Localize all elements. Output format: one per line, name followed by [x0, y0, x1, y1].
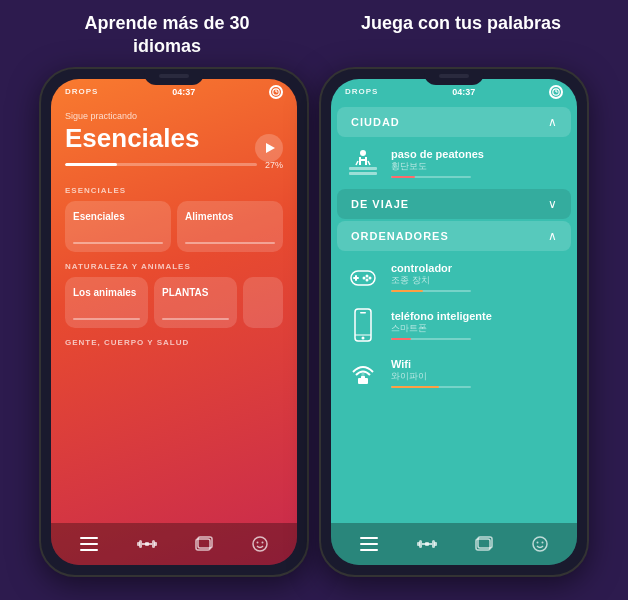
controlador-translation: 조종 장치 — [391, 274, 563, 287]
svg-rect-46 — [434, 542, 437, 546]
controlador-fill — [391, 290, 423, 292]
de-viaje-label: DE VIAJE — [351, 198, 409, 210]
left-bottom-nav — [51, 523, 297, 565]
svg-rect-9 — [137, 542, 140, 546]
wifi-item[interactable]: Wifi 와이파이 — [331, 349, 577, 397]
right-bottom-nav — [331, 523, 577, 565]
left-app-name: DROPS — [65, 87, 98, 96]
svg-point-22 — [360, 150, 366, 156]
ordenadores-label: ORDENADORES — [351, 230, 449, 242]
card1-label: Esenciales — [73, 211, 163, 222]
progress-fill — [65, 163, 117, 166]
svg-rect-47 — [422, 543, 432, 545]
ciudad-label: CIUDAD — [351, 116, 400, 128]
right-nav-list-icon[interactable] — [360, 537, 378, 551]
paso-peatones-item[interactable]: paso de peatones 횡단보도 — [331, 139, 577, 187]
plantas-card[interactable]: PLANTAS — [154, 277, 237, 328]
telefono-info: teléfono inteligente 스마트폰 — [391, 310, 563, 340]
paso-peatones-info: paso de peatones 횡단보도 — [391, 148, 563, 178]
svg-rect-21 — [349, 172, 377, 175]
svg-rect-10 — [154, 542, 157, 546]
de-viaje-chevron: ∨ — [548, 197, 557, 211]
play-triangle-icon — [266, 143, 275, 153]
svg-rect-3 — [80, 537, 98, 539]
esenciales-card[interactable]: Esenciales — [65, 201, 171, 252]
right-phone-content: CIUDAD ∧ — [331, 101, 577, 401]
controlador-word: controlador — [391, 262, 563, 274]
card4-label: PLANTAS — [162, 287, 229, 298]
partial-card — [243, 277, 283, 328]
svg-rect-20 — [349, 167, 377, 170]
paso-peatones-word: paso de peatones — [391, 148, 563, 160]
esenciales-cards: Esenciales Alimentos — [65, 201, 283, 252]
svg-line-24 — [368, 161, 370, 165]
svg-rect-37 — [361, 376, 365, 379]
paso-peatones-progress — [391, 176, 471, 178]
controlador-progress — [391, 290, 471, 292]
section1-label: ESENCIALES — [65, 186, 283, 195]
gamepad-icon — [345, 259, 381, 295]
wifi-fill — [391, 386, 439, 388]
telefono-item[interactable]: teléfono inteligente 스마트폰 — [331, 301, 577, 349]
ordenadores-chevron: ∧ — [548, 229, 557, 243]
svg-point-34 — [362, 336, 365, 339]
svg-point-31 — [366, 278, 369, 281]
right-heading: Juega con tus palabras — [314, 12, 608, 59]
svg-rect-38 — [362, 373, 365, 376]
right-nav-barbell-icon[interactable] — [417, 537, 437, 551]
de-viaje-header[interactable]: DE VIAJE ∨ — [337, 189, 571, 219]
right-timer-icon — [549, 85, 563, 99]
telefono-word: teléfono inteligente — [391, 310, 563, 322]
wifi-progress — [391, 386, 471, 388]
main-word-title: Esenciales — [65, 123, 283, 154]
left-time: 04:37 — [172, 87, 195, 97]
paso-peatones-translation: 횡단보도 — [391, 160, 563, 173]
svg-rect-41 — [360, 549, 378, 551]
svg-point-16 — [261, 541, 263, 543]
svg-point-15 — [256, 541, 258, 543]
svg-rect-35 — [360, 312, 366, 314]
card4-bar — [162, 318, 229, 320]
left-phone-content: Sigue practicando Esenciales 27% ESENCIA… — [51, 101, 297, 363]
svg-rect-27 — [353, 277, 359, 279]
right-nav-cards-icon[interactable] — [475, 536, 493, 552]
card1-bar — [73, 242, 163, 244]
nav-cards-icon[interactable] — [195, 536, 213, 552]
svg-point-29 — [369, 276, 372, 279]
svg-rect-45 — [417, 542, 420, 546]
svg-rect-32 — [355, 309, 371, 341]
ordenadores-header[interactable]: ORDENADORES ∧ — [337, 221, 571, 251]
nav-barbell-icon[interactable] — [137, 537, 157, 551]
telefono-fill — [391, 338, 411, 340]
card2-bar — [185, 242, 275, 244]
svg-point-30 — [363, 276, 366, 279]
card2-label: Alimentos — [185, 211, 275, 222]
controlador-item[interactable]: controlador 조종 장치 — [331, 253, 577, 301]
svg-rect-40 — [360, 543, 378, 545]
card3-label: Los animales — [73, 287, 140, 298]
animales-card[interactable]: Los animales — [65, 277, 148, 328]
nav-face-icon[interactable] — [252, 536, 268, 552]
right-app-name: DROPS — [345, 87, 378, 96]
progress-row: 27% — [65, 160, 283, 170]
timer-icon — [269, 85, 283, 99]
svg-rect-4 — [80, 543, 98, 545]
ciudad-header[interactable]: CIUDAD ∧ — [337, 107, 571, 137]
svg-point-51 — [536, 541, 538, 543]
wifi-word: Wifi — [391, 358, 563, 370]
phones-container: DROPS 04:37 Sigue practicando Esenciales… — [0, 67, 628, 577]
svg-point-52 — [541, 541, 543, 543]
telefono-progress — [391, 338, 471, 340]
alimentos-card[interactable]: Alimentos — [177, 201, 283, 252]
controlador-info: controlador 조종 장치 — [391, 262, 563, 292]
subtitle-text: Sigue practicando — [65, 111, 283, 121]
play-button[interactable] — [255, 134, 283, 162]
telefono-translation: 스마트폰 — [391, 322, 563, 335]
section3-label: GENTE, CUERPO Y SALUD — [65, 338, 283, 347]
smartphone-icon — [345, 307, 381, 343]
right-nav-face-icon[interactable] — [532, 536, 548, 552]
wifi-translation: 와이파이 — [391, 370, 563, 383]
svg-line-23 — [356, 161, 358, 165]
svg-rect-11 — [142, 543, 152, 545]
nav-list-icon[interactable] — [80, 537, 98, 551]
